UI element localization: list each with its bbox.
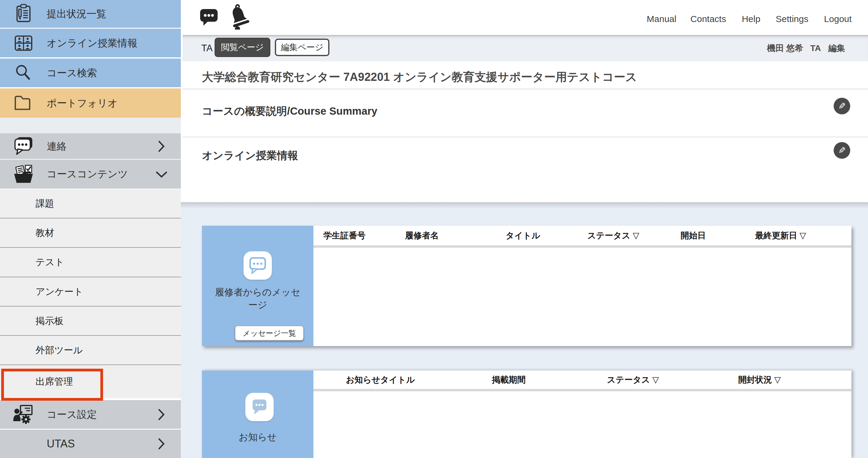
sidebar-item-label: 連絡 [47, 133, 67, 159]
sidebar-item-portfolio[interactable]: ポートフォリオ [0, 88, 181, 118]
announcement-bubble-icon [245, 393, 274, 421]
folder-icon [11, 92, 36, 115]
sidebar-item-label: 外部ツール [36, 336, 83, 365]
announcements-card-label: お知らせ [202, 431, 313, 443]
sidebar-item-label: 教材 [36, 219, 54, 247]
sidebar-item-utas[interactable]: UTAS [0, 430, 181, 458]
column-header-title: タイトル [506, 226, 540, 245]
sidebar-item-label: UTAS [47, 430, 75, 458]
column-header-start-date: 開始日 [681, 226, 706, 245]
sidebar-item-label: アンケート [36, 277, 83, 306]
edit-page-button[interactable]: 編集ページ [275, 39, 330, 56]
sidebar-item-contact[interactable]: 連絡 [0, 133, 181, 159]
sidebar-item-online-class-info[interactable]: オンライン授業情報 [0, 29, 181, 57]
nav-link-settings[interactable]: Settings [776, 0, 808, 38]
main-content: 大学総合教育研究センター 7A92201 オンライン教育支援サポーター用テストコ… [181, 61, 868, 202]
attendance-highlight-box [1, 369, 103, 401]
messages-table: 学生証番号 履修者名 タイトル ステータス ▽ 開始日 最終更新日 ▽ [313, 226, 851, 346]
sidebar-item-board[interactable]: 掲示板 [0, 307, 181, 335]
user-name: 機田 悠希 [767, 35, 803, 61]
video-grid-icon [11, 32, 36, 55]
clipboard-list-icon [11, 2, 36, 25]
column-header-open-status-sort[interactable]: 開封状況 ▽ [738, 371, 781, 389]
sidebar-item-label: 提出状況一覧 [47, 0, 106, 28]
messages-card-label: 履修者からのメッセ ージ [202, 286, 313, 311]
role-badge: TA [201, 35, 213, 61]
sidebar-item-label: ポートフォリオ [47, 88, 118, 118]
sidebar-item-submission-status[interactable]: 提出状況一覧 [0, 0, 181, 28]
messages-card: 履修者からのメッセ ージ メッセージ一覧 学生証番号 履修者名 タイトル ステー… [202, 226, 851, 346]
message-list-button[interactable]: メッセージ一覧 [235, 325, 304, 341]
nav-link-logout[interactable]: Logout [824, 0, 852, 38]
chevron-right-icon [158, 140, 165, 153]
sidebar-item-external-tools[interactable]: 外部ツール [0, 336, 181, 365]
nav-link-manual[interactable]: Manual [647, 0, 676, 38]
sidebar-item-course-contents[interactable]: コースコンテンツ [0, 160, 181, 189]
course-contents-box-icon [11, 163, 36, 185]
dashboard-area: 履修者からのメッセ ージ メッセージ一覧 学生証番号 履修者名 タイトル ステー… [181, 202, 868, 458]
sidebar-item-assignments[interactable]: 課題 [0, 189, 181, 218]
sidebar-item-label: コース検索 [47, 59, 97, 87]
page-title: 大学総合教育研究センター 7A92201 オンライン教育支援サポーター用テストコ… [202, 64, 637, 90]
column-header-updated-sort[interactable]: 最終更新日 ▽ [755, 226, 806, 245]
notifications-bell-icon[interactable] [227, 4, 251, 31]
column-header-status-sort[interactable]: ステータス ▽ [607, 371, 659, 389]
sidebar-item-tests[interactable]: テスト [0, 248, 181, 277]
column-header-announcement-title: お知らせタイトル [346, 371, 415, 389]
messages-icon[interactable] [199, 8, 218, 27]
divider [183, 89, 868, 89]
chevron-down-icon [156, 171, 167, 179]
chevron-right-icon [158, 408, 165, 422]
sidebar-item-course-search[interactable]: コース検索 [0, 59, 181, 87]
message-bubble-icon [244, 251, 272, 280]
sidebar-item-label: コースコンテンツ [47, 160, 128, 189]
pencil-icon: ✎ [838, 101, 846, 111]
announcements-card: お知らせ お知らせタイトル 掲載期間 ステータス ▽ 開封状況 ▽ [202, 371, 851, 458]
sidebar-item-survey[interactable]: アンケート [0, 277, 181, 306]
sidebar-item-course-settings[interactable]: コース設定 [0, 400, 181, 429]
view-page-button[interactable]: 閲覧ページ [215, 38, 270, 57]
section-title-course-summary: コースの概要説明/Course Summary [202, 97, 377, 124]
sidebar-item-label: 掲示板 [36, 307, 64, 335]
announcements-card-panel: お知らせ [202, 371, 313, 458]
pencil-icon: ✎ [838, 145, 846, 156]
header-divider [313, 389, 851, 391]
content-shadow [181, 202, 868, 209]
toolbar-strip: TA 閲覧ページ 編集ページ 機田 悠希 TA 編集 [183, 35, 868, 61]
search-icon [11, 61, 36, 84]
chat-bubble-icon [11, 135, 36, 158]
user-edit-link[interactable]: 編集 [828, 35, 845, 61]
nav-link-contacts[interactable]: Contacts [690, 0, 726, 38]
messages-card-panel: 履修者からのメッセ ージ メッセージ一覧 [202, 226, 313, 346]
column-header-student-id: 学生証番号 [323, 226, 366, 245]
column-header-student-name: 履修者名 [405, 226, 439, 245]
sidebar-item-label: テスト [36, 248, 64, 277]
course-page: 提出状況一覧 オンライン授業情報 [0, 0, 868, 458]
column-header-status-sort[interactable]: ステータス ▽ [587, 226, 639, 245]
chevron-right-icon [158, 438, 165, 451]
top-bar: Manual Contacts Help Settings Logout [181, 0, 868, 38]
edit-online-class-info-button[interactable]: ✎ [834, 142, 850, 159]
sidebar-spacer [0, 118, 181, 133]
header-divider [313, 245, 851, 248]
sidebar-item-label: オンライン授業情報 [47, 29, 137, 57]
course-settings-icon [11, 403, 36, 426]
sidebar-item-materials[interactable]: 教材 [0, 219, 181, 247]
divider [183, 137, 868, 137]
user-role-badge: TA [810, 35, 821, 61]
section-title-online-class-info: オンライン授業情報 [202, 142, 298, 169]
column-header-posting-period: 掲載期間 [492, 371, 526, 389]
sidebar-item-label: コース設定 [47, 400, 97, 429]
nav-link-help[interactable]: Help [742, 0, 761, 38]
sidebar-item-label: 課題 [36, 189, 54, 218]
announcements-table: お知らせタイトル 掲載期間 ステータス ▽ 開封状況 ▽ [313, 371, 851, 458]
edit-course-summary-button[interactable]: ✎ [834, 98, 850, 114]
